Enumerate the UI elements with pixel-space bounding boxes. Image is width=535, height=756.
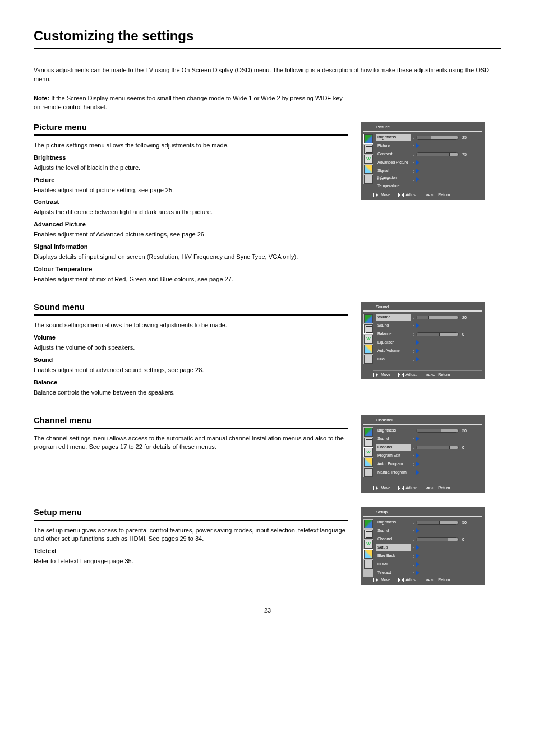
osd-slider[interactable]	[416, 332, 459, 336]
sound-icon[interactable]	[364, 145, 373, 154]
channel-icon[interactable]: W	[364, 540, 373, 549]
osd-footer-move-label: Move	[381, 193, 390, 197]
channel-icon[interactable]: W	[364, 448, 373, 457]
channel-icon[interactable]: W	[364, 335, 373, 344]
osd-menu-item[interactable]: Picture:	[376, 142, 481, 150]
osd-divider	[363, 131, 482, 132]
picture-icon[interactable]	[364, 520, 373, 528]
picture-sub-signal-h: Signal Information	[34, 243, 348, 252]
chevron-right-icon	[416, 562, 419, 567]
osd-separator: :	[413, 332, 414, 336]
channel-icon[interactable]: W	[364, 155, 373, 164]
osd-menu-item[interactable]: Sound:	[376, 435, 481, 443]
osd-menu-item[interactable]: Manual Program:	[376, 469, 481, 476]
setup-sub-tt-t: Refer to Teletext Language page 35.	[34, 557, 348, 566]
setup-icon[interactable]	[364, 458, 373, 467]
chevron-right-icon	[416, 554, 419, 558]
osd-item-label: Sound	[376, 527, 411, 534]
osd-slider[interactable]	[416, 316, 459, 319]
osd-separator: :	[413, 429, 414, 433]
osd-separator: :	[413, 341, 414, 345]
language-icon[interactable]	[364, 468, 373, 477]
osd-menu-item[interactable]: Setup:	[376, 544, 481, 551]
chevron-right-icon	[416, 169, 419, 173]
osd-slider[interactable]	[416, 152, 459, 156]
osd-item-label: Auto. Program	[376, 461, 411, 467]
osd-separator: :	[413, 462, 414, 466]
osd-slider-value: 75	[462, 152, 470, 156]
language-icon[interactable]	[364, 175, 373, 184]
osd-footer-adjust-label: Adjust	[405, 486, 416, 490]
osd-menu-item[interactable]: Advanced Picture:	[376, 159, 481, 166]
osd-footer-move-label: Move	[381, 578, 390, 582]
setup-icon[interactable]	[364, 345, 373, 354]
osd-menu-item[interactable]: Brightness:25	[376, 134, 481, 141]
osd-slider-fill	[417, 538, 448, 541]
picture-icon[interactable]	[364, 428, 373, 437]
osd-slider[interactable]	[416, 521, 459, 525]
section-heading-channel: Channel menu	[34, 415, 348, 429]
osd-menu-item[interactable]: Colour Temperature:	[376, 176, 481, 183]
osd-menu-item[interactable]: Volume:20	[376, 314, 481, 321]
osd-menu-item[interactable]: Blue Back:	[376, 553, 481, 560]
osd-menu-item[interactable]: Brightness:50	[376, 519, 481, 526]
picture-sub-picture-h: Picture	[34, 176, 348, 185]
sound-icon[interactable]	[364, 530, 373, 539]
osd-menu-item[interactable]: HDMI:	[376, 561, 481, 568]
language-icon[interactable]	[364, 560, 373, 569]
chevron-right-icon	[416, 323, 419, 328]
osd-menu-item[interactable]: Signal Information:	[376, 168, 481, 175]
picture-sub-brightness-h: Brightness	[34, 154, 348, 163]
note-text: If the Screen Display menu seems too sma…	[34, 95, 343, 110]
osd-menu-item[interactable]: Channel:0	[376, 444, 481, 451]
picture-sub-brightness-t: Adjusts the level of black in the pictur…	[34, 164, 348, 173]
osd-footer-adjust-label: Adjust	[405, 193, 416, 197]
section-sound: Sound menu The sound settings menu allow…	[34, 302, 501, 401]
menu-icon: MENU	[425, 578, 437, 582]
page-number: 23	[34, 607, 501, 614]
osd-menu-item[interactable]: Balance:0	[376, 331, 481, 338]
osd-menu-item[interactable]: Sound:	[376, 322, 481, 330]
osd-menu-item[interactable]: Auto.Volume:	[376, 347, 481, 355]
osd-menu-item[interactable]: Equalizer:	[376, 339, 481, 346]
osd-menu-item[interactable]: Brightness:50	[376, 427, 481, 434]
osd-slider[interactable]	[416, 429, 459, 433]
picture-icon[interactable]	[364, 314, 373, 323]
picture-sub-ct-h: Colour Temperature	[34, 265, 348, 274]
osd-separator: :	[413, 349, 414, 353]
nav-updown-icon	[373, 578, 379, 582]
osd-menu-item[interactable]: Channel:0	[376, 536, 481, 543]
osd-menu-item[interactable]: Auto. Program:	[376, 461, 481, 468]
osd-menu-item[interactable]: Contrast:75	[376, 151, 481, 158]
osd-menu-item[interactable]: Dual:	[376, 356, 481, 363]
osd-divider	[363, 424, 482, 425]
sound-icon[interactable]	[364, 438, 373, 447]
language-icon[interactable]	[364, 355, 373, 364]
setup-icon[interactable]	[364, 165, 373, 174]
chevron-right-icon	[416, 545, 419, 550]
picture-icon[interactable]	[364, 134, 373, 143]
menu-icon: MENU	[425, 486, 437, 490]
osd-footer-adjust-label: Adjust	[405, 578, 416, 582]
chevron-right-icon	[416, 160, 419, 165]
chevron-right-icon	[416, 571, 419, 575]
osd-slider-fill	[417, 136, 431, 139]
setup-icon[interactable]	[364, 550, 373, 559]
osd-slider[interactable]	[416, 136, 459, 140]
chevron-right-icon	[416, 349, 419, 353]
osd-footer-move: Move	[373, 578, 390, 582]
osd-channel: ChannelWBrightness:50Sound:Channel:0Prog…	[361, 415, 485, 493]
osd-menu-item[interactable]: Program Edit:	[376, 452, 481, 460]
osd-menu-item[interactable]: Sound:	[376, 527, 481, 535]
osd-divider	[363, 310, 482, 312]
osd-separator: :	[413, 537, 414, 541]
osd-separator: :	[413, 144, 414, 148]
sound-icon[interactable]	[364, 324, 373, 333]
nav-leftright-icon	[398, 578, 404, 582]
chevron-right-icon	[416, 357, 419, 361]
osd-slider[interactable]	[416, 537, 459, 541]
osd-slider-value: 0	[462, 537, 470, 541]
osd-slider[interactable]	[416, 446, 459, 449]
sound-sub-sound-h: Sound	[34, 356, 348, 365]
osd-item-label: Channel	[376, 536, 411, 542]
